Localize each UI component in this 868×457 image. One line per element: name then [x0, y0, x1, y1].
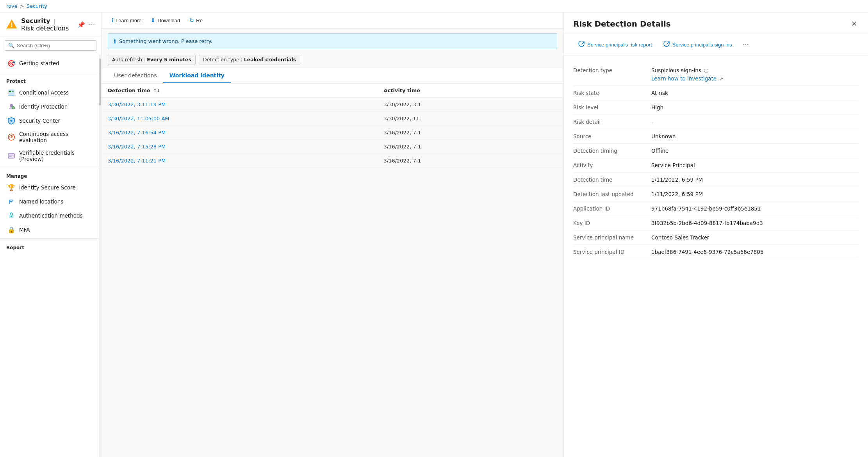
- conditional-access-label: Conditional Access: [19, 89, 69, 96]
- external-link-icon: ↗: [720, 77, 723, 82]
- detections-table: Detection time ↑↓ Activity time 3/30/202…: [102, 84, 563, 168]
- learn-investigate-label[interactable]: Learn how to investigate: [651, 75, 717, 82]
- svg-point-15: [11, 216, 12, 217]
- getting-started-label: Getting started: [19, 60, 59, 66]
- activity-value: Service Principal: [651, 162, 859, 168]
- detection-time-value: 1/11/2022, 6:59 PM: [651, 177, 859, 183]
- detail-row-sp-id: Service principal ID 1baef386-7491-4ee6-…: [573, 245, 859, 259]
- table-row[interactable]: 3/30/2022, 11:05:00 AM 3/30/2022, 11:: [102, 112, 563, 126]
- chip-value-refresh: Every 5 minutes: [147, 57, 191, 62]
- breadcrumb-current[interactable]: Security: [27, 3, 47, 9]
- sidebar-scroll-wrapper: 🎯 Getting started Protect: [0, 55, 101, 457]
- sidebar-item-security-center[interactable]: Security Center: [0, 114, 101, 128]
- download-button[interactable]: ⬇ Download: [147, 15, 184, 26]
- risk-report-button[interactable]: Service principal's risk report: [573, 38, 657, 51]
- detection-type-text: Suspicious sign-ins ⓘ: [651, 67, 859, 74]
- tab-user-detections-label: User detections: [114, 72, 157, 79]
- sidebar-item-identity-protection[interactable]: Identity Protection: [0, 100, 101, 114]
- table-row[interactable]: 3/16/2022, 7:11:21 PM 3/16/2022, 7:1: [102, 154, 563, 168]
- sign-ins-label: Service principal's sign-ins: [672, 42, 732, 48]
- activity-time-cell: 3/16/2022, 7:1: [378, 154, 564, 168]
- sidebar-item-verifiable-credentials[interactable]: Verifiable credentials (Preview): [0, 146, 101, 165]
- sidebar-item-identity-secure-score[interactable]: 🏆 Identity Secure Score: [0, 180, 101, 195]
- detection-type-label: Detection type: [573, 67, 651, 73]
- sidebar-item-named-locations[interactable]: Named locations: [0, 195, 101, 209]
- close-button[interactable]: ✕: [850, 19, 859, 29]
- search-input[interactable]: [17, 43, 93, 48]
- col-activity-time[interactable]: Activity time: [378, 84, 564, 98]
- svg-rect-3: [8, 95, 14, 96]
- detection-timing-label: Detection timing: [573, 148, 651, 154]
- app-id-label: Application ID: [573, 205, 651, 212]
- continuous-access-label: Continuous access evaluation: [19, 131, 95, 143]
- learn-investigate-link[interactable]: Learn how to investigate ↗: [651, 75, 859, 82]
- sidebar-item-getting-started[interactable]: 🎯 Getting started: [0, 56, 101, 70]
- scroll-track: [99, 55, 101, 457]
- report-divider: [0, 238, 101, 239]
- detection-last-updated-value: 1/11/2022, 6:59 PM: [651, 191, 859, 197]
- activity-time-cell: 3/16/2022, 7:1: [378, 140, 564, 154]
- detail-row-risk-detail: Risk detail -: [573, 115, 859, 129]
- conditional-access-icon: [7, 89, 15, 96]
- table-row[interactable]: 3/30/2022, 3:11:19 PM 3/30/2022, 3:1: [102, 98, 563, 112]
- learn-more-button[interactable]: ℹ Learn more: [108, 15, 145, 26]
- filter-chips: Auto refresh : Every 5 minutes Detection…: [102, 52, 563, 67]
- table-row[interactable]: 3/16/2022, 7:15:28 PM 3/16/2022, 7:1: [102, 140, 563, 154]
- col-activity-time-label: Activity time: [384, 87, 421, 93]
- detail-row-detection-type: Detection type Suspicious sign-ins ⓘ Lea…: [573, 63, 859, 86]
- sidebar-item-mfa[interactable]: 🔒 MFA: [0, 223, 101, 237]
- tab-workload-identity[interactable]: Workload identity: [163, 68, 231, 83]
- sidebar-item-conditional-access[interactable]: Conditional Access: [0, 86, 101, 100]
- col-detection-time[interactable]: Detection time ↑↓: [102, 84, 378, 98]
- pin-icon[interactable]: 📌: [77, 21, 85, 29]
- search-icon: 🔍: [8, 43, 14, 48]
- page-header-actions: 📌 ···: [77, 21, 95, 29]
- more-options-icon[interactable]: ···: [89, 21, 95, 29]
- activity-time-cell: 3/30/2022, 11:: [378, 112, 564, 126]
- table-row[interactable]: 3/16/2022, 7:16:54 PM 3/16/2022, 7:1: [102, 126, 563, 140]
- sp-id-label: Service principal ID: [573, 249, 651, 255]
- detection-time-cell[interactable]: 3/16/2022, 7:11:21 PM: [102, 154, 378, 168]
- chip-label-detection: Detection type :: [203, 57, 242, 62]
- filter-chip-detection[interactable]: Detection type : Leaked credentials: [199, 55, 300, 64]
- filter-chip-refresh[interactable]: Auto refresh : Every 5 minutes: [108, 55, 196, 64]
- tab-user-detections[interactable]: User detections: [108, 68, 163, 83]
- col-detection-time-label: Detection time: [108, 87, 150, 93]
- detail-panel-title: Risk Detection Details: [573, 19, 671, 29]
- table-body: 3/30/2022, 3:11:19 PM 3/30/2022, 3:1 3/3…: [102, 98, 563, 168]
- breadcrumb-parent[interactable]: rove: [6, 3, 18, 9]
- detail-row-detection-timing: Detection timing Offline: [573, 144, 859, 158]
- detail-grid: Detection type Suspicious sign-ins ⓘ Lea…: [564, 55, 868, 267]
- identity-protection-icon: [7, 103, 15, 111]
- protect-divider: [0, 72, 101, 72]
- sp-name-value: Contoso Sales Tracker: [651, 234, 859, 241]
- tabs-row: User detections Workload identity: [102, 68, 563, 84]
- detail-row-activity: Activity Service Principal: [573, 158, 859, 173]
- named-locations-icon: [7, 198, 15, 205]
- refresh-button[interactable]: ↻ Re: [185, 15, 207, 26]
- svg-rect-1: [9, 91, 11, 92]
- key-id-value: 3f932b5b-2bd6-4d09-8817-fb174baba9d3: [651, 220, 859, 226]
- sign-ins-button[interactable]: Service principal's sign-ins: [658, 38, 737, 51]
- detection-timing-value: Offline: [651, 148, 859, 154]
- search-box[interactable]: 🔍: [5, 40, 96, 51]
- info-circle-icon[interactable]: ⓘ: [704, 68, 708, 73]
- key-id-label: Key ID: [573, 220, 651, 226]
- detail-row-sp-name: Service principal name Contoso Sales Tra…: [573, 230, 859, 245]
- security-center-label: Security Center: [19, 118, 60, 124]
- detection-time-cell[interactable]: 3/30/2022, 3:11:19 PM: [102, 98, 378, 112]
- identity-secure-score-icon: 🏆: [7, 184, 15, 191]
- svg-rect-12: [9, 156, 12, 157]
- detection-time-cell[interactable]: 3/16/2022, 7:15:28 PM: [102, 140, 378, 154]
- sidebar-item-authentication-methods[interactable]: Authentication methods: [0, 209, 101, 223]
- risk-level-value: High: [651, 104, 859, 111]
- detail-more-icon[interactable]: ···: [740, 39, 752, 51]
- activity-time-cell: 3/30/2022, 3:1: [378, 98, 564, 112]
- detection-time-cell[interactable]: 3/30/2022, 11:05:00 AM: [102, 112, 378, 126]
- detection-type-text-value: Suspicious sign-ins: [651, 67, 701, 73]
- risk-report-label: Service principal's risk report: [587, 42, 652, 48]
- verifiable-credentials-icon: [7, 152, 15, 160]
- sidebar-item-continuous-access[interactable]: Continuous access evaluation: [0, 128, 101, 146]
- manage-section-label: Manage: [0, 169, 101, 180]
- detection-time-cell[interactable]: 3/16/2022, 7:16:54 PM: [102, 126, 378, 140]
